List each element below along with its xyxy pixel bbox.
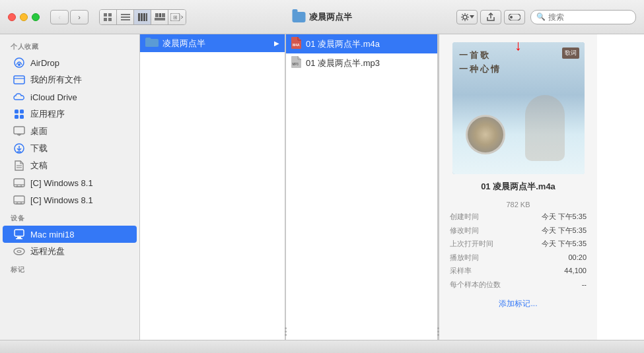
column-view-button[interactable]: [134, 10, 151, 24]
sidebar-item-airdrop[interactable]: AirDrop: [3, 54, 137, 71]
album-circle: [466, 115, 505, 154]
remote-disk-icon: [13, 245, 25, 257]
sidebar-item-win81a-label: [C] Windows 8.1: [30, 178, 93, 188]
svg-rect-3: [108, 18, 112, 21]
airdrop-icon: [13, 57, 25, 69]
titlebar-center: 凌晨两点半: [292, 11, 352, 23]
search-box[interactable]: 🔍: [530, 10, 636, 24]
preview-filesize: 782 KB: [450, 201, 587, 209]
search-input[interactable]: [548, 13, 644, 22]
sidebar-item-docs-label: 文稿: [30, 160, 48, 172]
album-badge: 歌词: [562, 48, 579, 59]
sidebar-item-downloads-label: 下载: [30, 143, 48, 154]
cover-flow-view-button[interactable]: [151, 10, 168, 24]
sidebar-item-desktop-label: 桌面: [30, 125, 48, 137]
resizer-handle: [284, 325, 288, 337]
edit-tags-button[interactable]: [504, 10, 525, 24]
sidebar-item-apps[interactable]: 应用程序: [3, 106, 137, 123]
meta-last-opened-label: 上次打开时间: [450, 238, 493, 250]
column-item-mp3[interactable]: MP3 01 凌晨两点半.mp3: [286, 53, 437, 73]
share-button[interactable]: [480, 10, 501, 24]
icloud-icon: [13, 91, 25, 103]
svg-text:⊞: ⊞: [173, 15, 178, 20]
meta-bitrate-label: 播放时间: [450, 252, 479, 264]
window-folder-icon: [292, 12, 305, 22]
svg-point-17: [463, 15, 467, 19]
sidebar-item-win81b-label: [C] Windows 8.1: [30, 195, 93, 205]
sidebar-item-icloud[interactable]: iCloud Drive: [3, 88, 137, 106]
add-tag-button[interactable]: 添加标记...: [499, 298, 537, 309]
svg-rect-0: [104, 13, 107, 16]
meta-samples-value: --: [582, 279, 587, 291]
traffic-lights: [8, 13, 40, 21]
more-view-button[interactable]: ⊞: [168, 10, 186, 24]
column-resizer-2[interactable]: [438, 34, 439, 340]
folder-icon: [145, 37, 159, 49]
meta-row-modified: 修改时间 今天 下午5:35: [450, 225, 587, 237]
svg-rect-14: [155, 18, 165, 20]
svg-rect-7: [138, 13, 140, 21]
close-button[interactable]: [8, 13, 16, 21]
sidebar-item-remote-disk[interactable]: 远程光盘: [3, 243, 137, 260]
sidebar-item-all-files[interactable]: 我的所有文件: [3, 71, 137, 88]
search-icon: 🔍: [536, 13, 546, 21]
back-button[interactable]: ‹: [50, 10, 69, 24]
svg-rect-13: [162, 13, 165, 17]
sidebar-item-downloads[interactable]: 下载: [3, 140, 137, 157]
sidebar-item-airdrop-label: AirDrop: [30, 58, 59, 68]
icon-view-button[interactable]: [100, 10, 117, 24]
minimize-button[interactable]: [20, 13, 28, 21]
column-item-folder[interactable]: 凌晨两点半 ▶: [140, 34, 285, 52]
sidebar: 个人收藏 AirDrop 我的所有文件 iCloud Drive 应用程序: [0, 34, 140, 340]
column-1: 凌晨两点半 ▶: [140, 34, 285, 340]
column-view: 凌晨两点半 ▶ M4A 01 凌晨两点半.m4a MP3: [140, 34, 644, 340]
all-files-icon: [13, 74, 25, 86]
svg-rect-12: [159, 13, 161, 17]
sidebar-item-allfiles-label: 我的所有文件: [30, 74, 82, 86]
svg-text:MP3: MP3: [293, 63, 299, 66]
nav-buttons: ‹ ›: [50, 10, 89, 24]
svg-rect-25: [20, 110, 24, 113]
meta-last-opened-value: 今天 下午5:35: [542, 238, 587, 250]
preview-panel: ↓ 一首歌 一种心情 歌词: [439, 34, 597, 340]
sidebar-item-desktop[interactable]: 桌面: [3, 123, 137, 140]
win81a-icon: [13, 177, 25, 189]
sidebar-item-docs[interactable]: 文稿: [3, 157, 137, 174]
sidebar-section-favorites: 个人收藏: [0, 37, 139, 54]
preview-image-container: 一首歌 一种心情 歌词: [452, 42, 585, 174]
column-item-m4a-label: 01 凌晨两点半.m4a: [306, 38, 380, 50]
titlebar: ‹ › ⊞ 凌晨两点半: [0, 0, 644, 34]
sidebar-item-macmini-label: Mac mini18: [30, 230, 74, 240]
svg-rect-8: [141, 13, 143, 21]
svg-rect-2: [104, 18, 107, 21]
sidebar-item-win81b[interactable]: [C] Windows 8.1: [3, 191, 137, 209]
sidebar-item-macmini[interactable]: Mac mini18: [3, 226, 137, 243]
svg-rect-5: [121, 16, 130, 18]
svg-point-49: [14, 248, 24, 255]
column-resizer-1[interactable]: [285, 34, 286, 340]
svg-point-50: [17, 251, 21, 253]
svg-rect-28: [14, 127, 24, 134]
meta-samples-label: 每个样本的位数: [450, 279, 501, 291]
audio-m4a-icon: M4A: [291, 37, 302, 51]
fullscreen-button[interactable]: [32, 13, 40, 21]
statusbar: [0, 340, 644, 353]
win81b-icon: [13, 194, 25, 206]
preview-meta: 782 KB 创建时间 今天 下午5:35 修改时间 今天 下午5:35 上次打…: [450, 201, 587, 293]
column-item-m4a[interactable]: M4A 01 凌晨两点半.m4a: [286, 34, 437, 53]
sidebar-section-tags: 标记: [0, 260, 139, 277]
meta-bitrate-value: 00:20: [568, 252, 587, 264]
meta-row-bitrate: 播放时间 00:20: [450, 252, 587, 264]
meta-row-sample-rate: 采样率 44,100: [450, 265, 587, 277]
view-buttons-group: ⊞: [99, 9, 186, 25]
meta-sample-rate-label: 采样率: [450, 265, 472, 277]
forward-button[interactable]: ›: [70, 10, 89, 24]
action-gear-button[interactable]: [456, 10, 478, 24]
meta-created-label: 创建时间: [450, 211, 479, 223]
meta-modified-value: 今天 下午5:35: [542, 225, 587, 237]
sidebar-item-win81a[interactable]: [C] Windows 8.1: [3, 174, 137, 191]
list-view-button[interactable]: [117, 10, 134, 24]
downloads-icon: [13, 143, 25, 154]
column-2: M4A 01 凌晨两点半.m4a MP3 01 凌晨两点半.mp3: [286, 34, 438, 340]
album-art: 一首歌 一种心情 歌词: [452, 42, 585, 174]
